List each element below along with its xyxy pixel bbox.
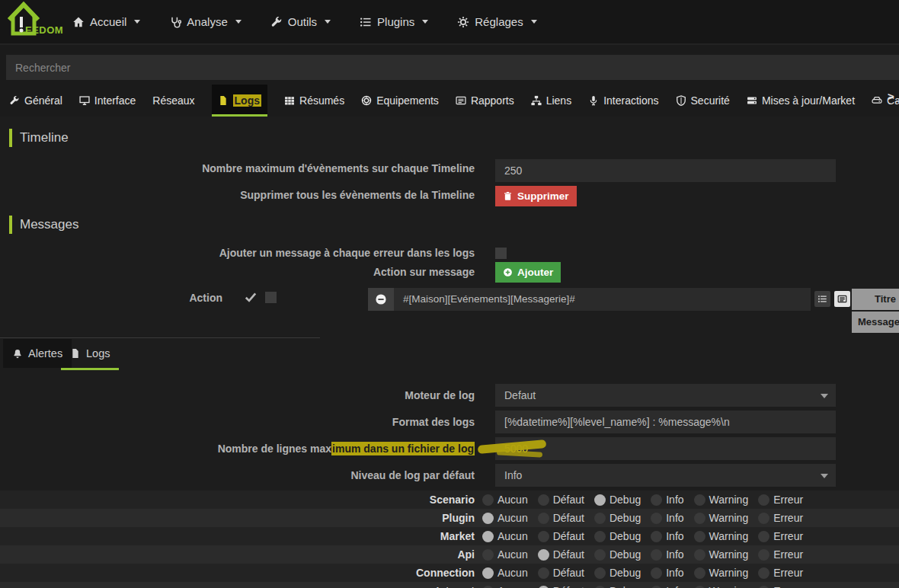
- radio-circle[interactable]: [482, 494, 494, 506]
- radio-option-warning[interactable]: Warning: [694, 530, 749, 542]
- nav-item-accueil[interactable]: Accueil: [72, 15, 140, 28]
- nav-item-reglages[interactable]: Réglages: [457, 15, 536, 28]
- radio-option-erreur[interactable]: Erreur: [758, 567, 803, 579]
- title-box[interactable]: Titre: [852, 289, 899, 310]
- radio-circle[interactable]: [482, 513, 494, 524]
- radio-circle[interactable]: [651, 567, 662, 579]
- radio-circle[interactable]: [482, 549, 494, 561]
- radio-option-info[interactable]: Info: [651, 585, 683, 588]
- radio-circle[interactable]: [758, 549, 769, 561]
- nav-item-plugins[interactable]: Plugins: [360, 15, 428, 28]
- radio-option-defaut[interactable]: Défaut: [538, 512, 584, 524]
- radio-option-erreur[interactable]: Erreur: [758, 548, 803, 561]
- default-level-select[interactable]: Info: [495, 464, 836, 487]
- search-input[interactable]: [6, 55, 899, 80]
- radio-circle[interactable]: [594, 567, 606, 579]
- radio-circle[interactable]: [651, 513, 662, 524]
- tab-resumes[interactable]: Résumés: [284, 85, 344, 117]
- radio-circle[interactable]: [758, 531, 769, 542]
- radio-circle[interactable]: [694, 494, 705, 506]
- radio-circle[interactable]: [694, 513, 705, 524]
- radio-option-info[interactable]: Info: [651, 494, 683, 506]
- subtab-logs[interactable]: Logs: [61, 339, 119, 368]
- radio-option-info[interactable]: Info: [651, 512, 683, 524]
- delete-timeline-button[interactable]: Supprimer: [495, 186, 577, 206]
- radio-circle[interactable]: [694, 567, 705, 579]
- radio-circle[interactable]: [651, 586, 662, 588]
- detail-select-button[interactable]: [834, 291, 850, 307]
- add-error-checkbox[interactable]: [495, 248, 507, 259]
- radio-option-erreur[interactable]: Erreur: [758, 530, 803, 542]
- radio-option-aucun[interactable]: Aucun: [482, 567, 528, 579]
- message-box[interactable]: Message: [852, 312, 899, 333]
- radio-option-info[interactable]: Info: [651, 567, 683, 579]
- radio-circle[interactable]: [482, 567, 494, 579]
- tab-mises-a-jour-market[interactable]: Mises à jour/Market: [747, 85, 855, 117]
- radio-option-defaut[interactable]: Défaut: [538, 567, 584, 579]
- tab-os-terminal[interactable]: >_: [888, 90, 899, 103]
- radio-option-info[interactable]: Info: [651, 548, 683, 561]
- radio-circle[interactable]: [594, 549, 606, 561]
- radio-option-erreur[interactable]: Erreur: [758, 585, 803, 588]
- jeedom-logo[interactable]: EEDOM: [5, 0, 73, 41]
- max-events-input[interactable]: 250: [495, 159, 836, 182]
- tab-rapports[interactable]: Rapports: [456, 85, 514, 117]
- log-engine-select[interactable]: Defaut: [495, 384, 836, 407]
- radio-circle[interactable]: [538, 513, 549, 524]
- tab-general[interactable]: Général: [9, 85, 62, 117]
- radio-option-defaut[interactable]: Défaut: [538, 494, 584, 506]
- tab-equipements[interactable]: Equipements: [361, 85, 439, 117]
- radio-option-warning[interactable]: Warning: [694, 494, 749, 506]
- list-select-button[interactable]: [814, 291, 830, 307]
- radio-circle[interactable]: [758, 494, 769, 506]
- radio-option-warning[interactable]: Warning: [694, 512, 749, 524]
- radio-circle[interactable]: [651, 494, 662, 506]
- action-command-input[interactable]: #[Maison][Evénements][Messagerie]#: [394, 288, 811, 311]
- tab-interface[interactable]: Interface: [79, 85, 136, 117]
- radio-option-debug[interactable]: Debug: [594, 494, 641, 506]
- radio-option-erreur[interactable]: Erreur: [758, 512, 803, 524]
- radio-option-aucun[interactable]: Aucun: [482, 548, 528, 561]
- add-action-button[interactable]: Ajouter: [495, 262, 561, 283]
- radio-option-defaut[interactable]: Défaut: [538, 530, 584, 542]
- radio-circle[interactable]: [758, 513, 769, 524]
- radio-circle[interactable]: [694, 531, 705, 542]
- radio-circle[interactable]: [651, 549, 662, 561]
- radio-circle[interactable]: [538, 494, 549, 506]
- action-checkbox[interactable]: [265, 292, 277, 303]
- tab-reseaux[interactable]: Réseaux: [152, 85, 194, 117]
- radio-option-aucun[interactable]: Aucun: [482, 585, 528, 588]
- max-lines-input[interactable]: 5000: [495, 437, 836, 460]
- radio-circle[interactable]: [538, 531, 549, 542]
- radio-circle[interactable]: [538, 549, 549, 561]
- radio-option-debug[interactable]: Debug: [594, 567, 641, 579]
- radio-circle[interactable]: [482, 586, 494, 588]
- radio-option-warning[interactable]: Warning: [694, 585, 749, 588]
- radio-circle[interactable]: [538, 567, 549, 579]
- nav-item-outils[interactable]: Outils: [270, 15, 331, 28]
- radio-circle[interactable]: [482, 531, 494, 542]
- remove-action-button[interactable]: [368, 288, 394, 311]
- nav-item-analyse[interactable]: Analyse: [169, 15, 241, 28]
- radio-option-info[interactable]: Info: [651, 530, 683, 542]
- radio-circle[interactable]: [594, 531, 606, 542]
- radio-option-debug[interactable]: Debug: [594, 512, 641, 524]
- radio-option-aucun[interactable]: Aucun: [482, 512, 528, 524]
- radio-circle[interactable]: [594, 494, 606, 506]
- radio-option-debug[interactable]: Debug: [594, 548, 641, 561]
- radio-circle[interactable]: [538, 586, 549, 588]
- radio-circle[interactable]: [758, 567, 769, 579]
- radio-circle[interactable]: [758, 586, 769, 588]
- radio-circle[interactable]: [594, 513, 606, 524]
- radio-option-debug[interactable]: Debug: [594, 585, 641, 588]
- tab-interactions[interactable]: Interactions: [588, 85, 658, 117]
- radio-option-warning[interactable]: Warning: [694, 548, 749, 561]
- tab-liens[interactable]: Liens: [531, 85, 571, 117]
- log-format-input[interactable]: [%datetime%][%level_name%] : %message%\n: [495, 411, 836, 433]
- radio-option-defaut[interactable]: Défaut: [538, 548, 584, 561]
- radio-option-aucun[interactable]: Aucun: [482, 494, 528, 506]
- radio-circle[interactable]: [694, 549, 705, 561]
- tab-securite[interactable]: Securité: [676, 85, 730, 117]
- radio-option-warning[interactable]: Warning: [694, 567, 749, 579]
- radio-circle[interactable]: [594, 586, 606, 588]
